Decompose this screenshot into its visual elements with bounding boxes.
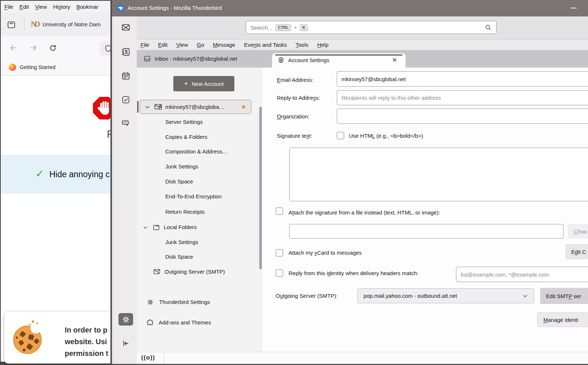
reply-from-identity-field[interactable] — [456, 267, 588, 282]
signature-textarea[interactable] — [289, 148, 588, 201]
firefox-window: File Edit View History Bookmar ND Univer… — [0, 0, 110, 365]
ff-menu-file[interactable]: File — [4, 4, 13, 10]
choose-file-button[interactable]: Choo — [568, 224, 588, 239]
close-tab-icon[interactable]: ✕ — [392, 56, 397, 64]
calendar-space-icon[interactable] — [118, 70, 133, 82]
tb-menu-help[interactable]: Help — [317, 42, 329, 48]
tb-menu-message[interactable]: Message — [213, 42, 235, 48]
ff-menu-view[interactable]: View — [35, 4, 47, 10]
attach-signature-file-checkbox[interactable] — [276, 208, 283, 215]
tree-item-junk-settings[interactable]: Junk Settings — [140, 159, 260, 174]
address-bar[interactable] — [99, 41, 110, 56]
default-account-star-icon: ★ — [241, 103, 246, 111]
tb-unified-toolbar: Search... CTRL + K — [113, 16, 588, 39]
tb-menu-view[interactable]: View — [176, 42, 188, 48]
tb-menu-tools[interactable]: Tools — [296, 42, 309, 48]
ff-menu-bookmarks[interactable]: Bookmar — [76, 4, 98, 10]
tb-menu-events-and-tasks[interactable]: Events and Tasks — [244, 42, 287, 48]
firefox-tab-university-of-notre-dame[interactable]: University of Notre Dam — [42, 21, 101, 27]
search-icon[interactable] — [485, 24, 492, 31]
reply-to-label: Reply-to Address: — [277, 94, 320, 102]
firefox-logo — [9, 64, 16, 71]
network-status-icon[interactable]: ((o)) — [141, 354, 155, 361]
addressbook-space-icon[interactable] — [118, 46, 133, 58]
reply-from-identity-checkbox[interactable] — [276, 269, 283, 277]
status-separator — [164, 352, 164, 364]
account-settings-tab-icon — [277, 57, 285, 64]
reply-to-field[interactable] — [337, 90, 588, 105]
chevron-down-icon[interactable] — [143, 225, 148, 230]
tree-item-addons-themes[interactable]: Add-ons and Themes — [140, 315, 260, 330]
tree-item-thunderbird-settings[interactable]: Thunderbird Settings — [140, 295, 260, 309]
search-input[interactable]: Search... CTRL + K — [246, 21, 497, 34]
active-tab-stripe — [275, 54, 403, 56]
tb-menubar: File Edit View Go Message Events and Tas… — [113, 39, 588, 50]
notre-dame-logo: ND — [31, 19, 38, 29]
tree-item-disk-space[interactable]: Disk Space — [140, 174, 260, 189]
tb-menu-file[interactable]: File — [140, 42, 149, 48]
check-icon: ✓ — [35, 168, 44, 180]
edit-smtp-server-label: Edit SMTP ser — [546, 293, 581, 299]
tracking-shield-icon[interactable] — [104, 44, 110, 53]
firefox-nav-toolbar — [1, 37, 110, 59]
tree-item-server-settings[interactable]: Server Settings — [140, 115, 260, 129]
tab-inbox[interactable]: Inbox - mkinsey57@sbcglobal.net — [143, 55, 237, 62]
firefox-bookmarks-bar: Getting Started — [1, 59, 110, 76]
tree-item-composition-addressing[interactable]: Composition & Address… — [140, 144, 260, 159]
tree-item-outgoing-server[interactable]: Outgoing Server (SMTP) — [140, 265, 260, 279]
tree-item-label: Server Settings — [165, 119, 203, 125]
edit-smtp-server-button[interactable]: Edit SMTP ser — [540, 288, 588, 304]
tree-item-copies-folders[interactable]: Copies & Folders — [140, 130, 260, 144]
minimize-button[interactable] — [570, 8, 577, 8]
tree-item-return-receipts[interactable]: Return Receipts — [140, 205, 260, 219]
mail-account-icon — [154, 103, 162, 111]
attach-vcard-checkbox[interactable] — [276, 249, 283, 256]
thunderbird-logo — [117, 4, 124, 12]
tree-item-account-root[interactable]: mkinsey57@sbcgloba… ★ — [140, 100, 251, 114]
manage-identities-button[interactable]: Manage Identi — [537, 312, 588, 327]
use-html-checkbox[interactable] — [337, 132, 344, 139]
account-name-label: mkinsey57@sbcgloba… — [165, 100, 225, 114]
email-address-field[interactable] — [337, 71, 588, 87]
reload-icon[interactable] — [48, 43, 57, 53]
tree-item-label: Outgoing Server (SMTP) — [165, 265, 225, 279]
back-arrow-icon[interactable] — [9, 43, 18, 53]
tree-item-e2e-encryption[interactable]: End-To-End Encryption — [140, 189, 260, 204]
tree-scrollbar[interactable] — [259, 107, 262, 269]
organization-field[interactable] — [337, 109, 588, 124]
bookmark-getting-started[interactable]: Getting Started — [20, 64, 56, 70]
tree-item-local-junk-settings[interactable]: Junk Settings — [140, 235, 260, 250]
adblock-stop-hand-logo — [93, 97, 110, 119]
tb-menu-edit[interactable]: Edit — [158, 42, 167, 48]
settings-space-icon[interactable] — [118, 313, 133, 326]
mail-space-icon[interactable] — [118, 21, 133, 34]
tree-item-local-disk-space[interactable]: Disk Space — [140, 250, 260, 264]
tasks-space-icon[interactable] — [118, 94, 133, 106]
signature-file-field[interactable] — [289, 224, 564, 239]
account-settings-tree-pane: + New Account mkinsey57@sbcgloba… ★ Serv… — [137, 68, 262, 352]
edit-vcard-button[interactable]: Edit C — [565, 244, 588, 259]
chevron-down-icon[interactable] — [144, 104, 150, 110]
cookie-text-line-1: In order to p — [65, 324, 108, 336]
chat-space-icon[interactable] — [118, 117, 133, 130]
tab-account-settings[interactable]: Account Settings ✕ — [272, 53, 406, 68]
new-account-button[interactable]: + New Account — [173, 76, 234, 91]
tree-item-label: Disk Space — [165, 254, 193, 260]
account-settings-form: Email Address: Reply-to Address: Organiz… — [262, 68, 588, 352]
manage-identities-label: Manage Identi — [543, 317, 578, 323]
tab-separator — [24, 19, 24, 31]
outgoing-server-label: Outgoing Server (SMTP): — [276, 292, 338, 300]
tab-inbox-label: Inbox - mkinsey57@sbcglobal.net — [155, 56, 237, 62]
tb-menu-go[interactable]: Go — [197, 42, 204, 48]
forward-arrow-icon[interactable] — [29, 43, 38, 53]
ff-menu-edit[interactable]: Edit — [19, 4, 29, 10]
smtp-server-select[interactable]: pop.mail.yahoo.com - outbound.att.net — [357, 288, 534, 303]
tree-item-local-folders[interactable]: Local Folders — [140, 220, 260, 235]
firefox-view-icon[interactable] — [7, 20, 16, 30]
ff-menu-history[interactable]: History — [53, 4, 70, 10]
search-placeholder: Search... — [250, 24, 272, 31]
puzzle-icon — [146, 319, 154, 327]
kbd-ctrl: CTRL — [275, 24, 291, 31]
collapse-rail-icon[interactable] — [118, 337, 133, 350]
attach-vcard-label: Attach my vCard to messages — [289, 249, 362, 256]
